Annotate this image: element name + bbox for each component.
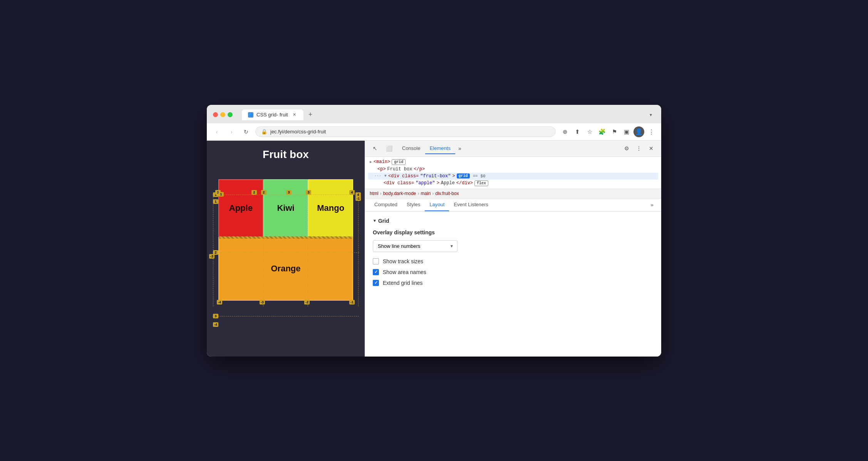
devtools-close-button[interactable]: ✕: [646, 143, 657, 154]
dom-apple-open: <div class=: [384, 180, 414, 186]
dom-p-tag: <p>: [377, 167, 386, 172]
address-bar[interactable]: 🔒 jec.fyi/demo/css-grid-fruit: [255, 126, 556, 137]
row-num-neg4-badge: -4: [213, 322, 218, 327]
tab-event-listeners[interactable]: Event Listeners: [449, 199, 493, 211]
col-3-top: 3: [306, 190, 311, 195]
zoom-button[interactable]: ⊕: [560, 126, 570, 137]
show-track-sizes-row: Show track sizes: [373, 258, 654, 264]
sidebar-button[interactable]: ▣: [621, 126, 632, 137]
title-bar: 🔷 CSS grid- fruit ✕ + ▾: [207, 105, 661, 123]
row-num-neg3-badge: -3: [209, 254, 214, 259]
webpage-preview: Fruit box 1 2: [207, 141, 365, 357]
tab-styles[interactable]: Styles: [402, 199, 425, 211]
grid-section-arrow: ▼: [373, 219, 377, 223]
breadcrumb-html[interactable]: html: [370, 191, 379, 196]
col-1-top: 1: [218, 192, 224, 197]
grid-line-h-top: [213, 195, 359, 195]
back-button[interactable]: ‹: [211, 126, 222, 137]
tab-layout[interactable]: Layout: [425, 199, 449, 211]
breadcrumb-main[interactable]: main: [421, 191, 431, 196]
devtools-right-actions: ⚙ ⋮ ✕: [621, 143, 657, 154]
bookmark-button[interactable]: ☆: [584, 126, 595, 137]
dom-p-text: Fruit box: [387, 167, 412, 172]
row1-left-badge: 1: [213, 199, 218, 204]
top-col3-badge: 3: [306, 190, 311, 195]
maximize-window-button[interactable]: [228, 112, 233, 117]
tab-elements[interactable]: Elements: [425, 143, 455, 154]
breadcrumb-sep-2: ›: [418, 191, 419, 196]
profile-button[interactable]: 👤: [633, 126, 644, 137]
tab-expand-button[interactable]: ▾: [647, 111, 655, 119]
reload-button[interactable]: ↻: [241, 126, 251, 137]
inspect-element-button[interactable]: ↖: [370, 143, 380, 154]
devtools-more-button[interactable]: ⋮: [633, 143, 644, 154]
layout-tab-more[interactable]: »: [648, 200, 657, 209]
tab-computed[interactable]: Computed: [370, 199, 402, 211]
dom-arrow-fruitbox: ▼: [384, 174, 387, 178]
top-col4-badge: 4: [349, 190, 355, 195]
more-options-button[interactable]: ⋮: [646, 126, 657, 137]
tabs-row: 🔷 CSS grid- fruit ✕ + ▾: [242, 109, 655, 120]
layout-tabs: Computed Styles Layout Event Listeners »: [365, 199, 661, 212]
show-area-names-checkbox[interactable]: [373, 269, 379, 275]
dom-row-p[interactable]: <p> Fruit box </p>: [368, 166, 658, 173]
webpage-title: Fruit box: [207, 141, 365, 164]
minimize-window-button[interactable]: [220, 112, 225, 117]
dom-row-main[interactable]: ▶ <main> grid: [368, 158, 658, 166]
orange-label: Orange: [271, 264, 300, 274]
dom-apple-close: </div>: [456, 180, 473, 186]
extend-grid-lines-checkbox[interactable]: [373, 280, 379, 286]
show-area-names-label: Show area names: [383, 269, 426, 275]
grid-line-v-3: [308, 195, 308, 306]
apple-label: Apple: [229, 203, 253, 213]
close-window-button[interactable]: [213, 112, 218, 117]
tab-console[interactable]: Console: [397, 143, 425, 154]
grid-line-v-2: [263, 195, 263, 306]
title-bar-top: 🔷 CSS grid- fruit ✕ + ▾: [213, 109, 655, 120]
dom-fruitbox-open: <div class=: [388, 173, 419, 179]
apple-cell: Apple: [218, 179, 263, 237]
nav-bar: ‹ › ↻ 🔒 jec.fyi/demo/css-grid-fruit ⊕ ⬆ …: [207, 123, 661, 141]
new-tab-button[interactable]: +: [305, 109, 316, 120]
devtools-tab-bar: Console Elements »: [397, 143, 618, 154]
share-button[interactable]: ⬆: [572, 126, 583, 137]
dom-apple-class: "apple": [416, 180, 435, 186]
dom-arrow-main: ▶: [370, 160, 372, 164]
show-track-sizes-checkbox[interactable]: [373, 258, 379, 264]
grid-area: 1 2 3 -4 -3 1: [218, 179, 353, 301]
dom-apple-text: Apple: [441, 180, 455, 186]
extensions-button[interactable]: 🧩: [597, 126, 607, 137]
traffic-lights: [213, 112, 233, 117]
devtools-more-tabs[interactable]: »: [455, 144, 464, 153]
dom-apple-close-open: >: [437, 180, 439, 186]
breadcrumb-fruitbox[interactable]: div.fruit-box: [436, 191, 459, 196]
dom-row-fruit-box[interactable]: ··· ▼ <div class= "fruit-box" > grid == …: [368, 173, 658, 180]
breadcrumb-body[interactable]: body.dark-mode: [383, 191, 416, 196]
row-num-neg4: -4: [213, 322, 218, 327]
row-num-3: 3: [213, 314, 218, 318]
col-num-3-top: 3: [286, 190, 292, 195]
col-neg3-bot: -3: [260, 300, 265, 305]
devtools-panel: ↖ ⬜ Console Elements » ⚙ ⋮ ✕ ▶ <main>: [365, 141, 661, 357]
breadcrumb-sep-3: ›: [432, 191, 434, 196]
show-area-names-row: Show area names: [373, 269, 654, 275]
kiwi-cell: Kiwi: [263, 179, 308, 237]
show-track-sizes-label: Show track sizes: [383, 258, 423, 264]
mango-cell: Mango: [308, 179, 353, 237]
line-numbers-dropdown-wrapper: Show line numbers Show track sizes Hide: [373, 240, 457, 252]
orange-cell: Orange: [218, 237, 353, 301]
grid-line-h-bot: [213, 316, 359, 316]
col-4-top: 4: [349, 190, 355, 195]
flag-button[interactable]: ⚑: [609, 126, 620, 137]
browser-tab[interactable]: 🔷 CSS grid- fruit ✕: [242, 109, 303, 120]
device-toggle-button[interactable]: ⬜: [384, 143, 394, 154]
dom-fruitbox-grid-badge: grid: [457, 173, 470, 178]
browser-window: 🔷 CSS grid- fruit ✕ + ▾ ‹ › ↻ 🔒 jec.fyi/…: [207, 105, 661, 357]
dom-fruitbox-eq: == $0: [473, 174, 486, 178]
webpage-inner: 1 2 3 -4 -3 1: [207, 179, 365, 305]
devtools-settings-button[interactable]: ⚙: [621, 143, 632, 154]
tab-close-button[interactable]: ✕: [291, 112, 297, 118]
dom-row-apple[interactable]: <div class= "apple" > Apple </div> flex: [368, 180, 658, 187]
line-numbers-dropdown[interactable]: Show line numbers Show track sizes Hide: [373, 240, 457, 252]
forward-button[interactable]: ›: [226, 126, 237, 137]
